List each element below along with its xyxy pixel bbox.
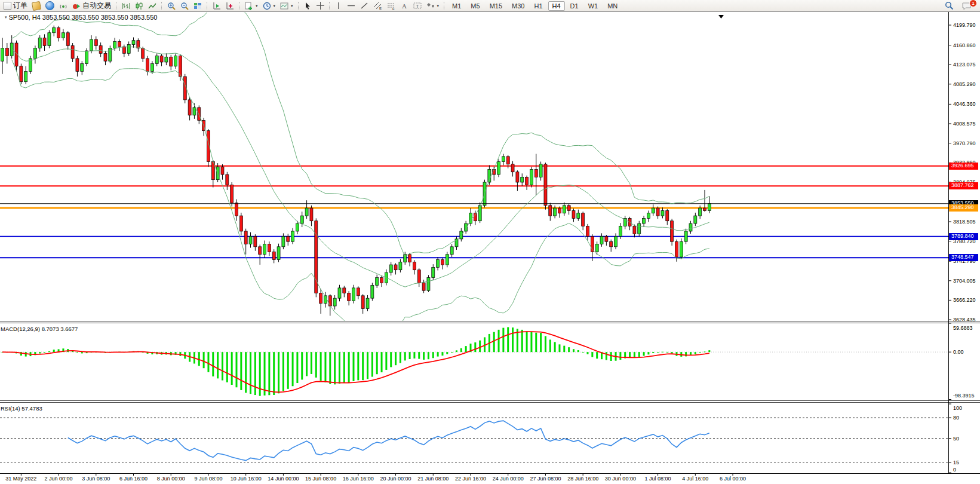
text-icon: A bbox=[401, 2, 408, 10]
add-indicator-button[interactable] bbox=[223, 1, 236, 11]
new-chart-dropdown[interactable]: ▾ bbox=[242, 1, 260, 11]
new-order-button[interactable]: 订单 bbox=[1, 1, 30, 11]
date-label: 10 Jun 16:00 bbox=[231, 476, 262, 482]
candlestick-chart-button[interactable] bbox=[133, 1, 146, 11]
channel-button[interactable]: E bbox=[371, 1, 385, 11]
crosshair-button[interactable] bbox=[314, 1, 327, 11]
svg-text:E: E bbox=[379, 7, 382, 10]
main-toolbar: 订单 自动交易 bbox=[0, 0, 980, 12]
macd-axis-tick: 59.6883 bbox=[953, 325, 973, 331]
autotrade-label: 自动交易 bbox=[82, 1, 111, 11]
zoom-in-button[interactable] bbox=[165, 1, 178, 11]
bar-chart-button[interactable] bbox=[119, 1, 133, 11]
macd-label: MACD(12,26,9) 8.7073 3.6677 bbox=[1, 326, 78, 332]
price-axis-tick: 4046.360 bbox=[953, 101, 976, 107]
price-axis-tick: 3818.505 bbox=[953, 219, 976, 225]
notification-badge: 1 bbox=[969, 0, 977, 7]
symbol-header-text: SP500, H4 3853.550 3853.550 3853.550 385… bbox=[9, 14, 158, 21]
date-label: 15 Jun 08:00 bbox=[305, 476, 336, 482]
price-line-label: 3748.547 bbox=[949, 254, 978, 261]
text-button[interactable]: A bbox=[398, 1, 411, 11]
toolbar-separator bbox=[444, 2, 445, 10]
market-browser-button[interactable] bbox=[43, 1, 57, 11]
rsi-axis-tick: 15 bbox=[953, 460, 959, 465]
autotrade-icon bbox=[72, 2, 81, 10]
price-axis-tick: 3666.220 bbox=[953, 297, 976, 303]
line-chart-icon bbox=[148, 2, 156, 10]
globe-icon bbox=[45, 1, 54, 10]
price-axis-tick: 4008.575 bbox=[953, 121, 976, 127]
zoom-out-icon bbox=[180, 2, 189, 10]
shapes-icon bbox=[426, 2, 435, 10]
channel-icon: E bbox=[373, 2, 382, 10]
chevron-down-icon: ▾ bbox=[256, 4, 258, 8]
tf-H4[interactable]: H4 bbox=[548, 1, 565, 11]
zoom-out-button[interactable] bbox=[178, 1, 191, 11]
search-button[interactable] bbox=[942, 1, 956, 11]
symbol-header: ▾SP500, H4 3853.550 3853.550 3853.550 38… bbox=[5, 14, 157, 21]
signals-button[interactable] bbox=[57, 1, 70, 11]
search-icon bbox=[945, 1, 954, 10]
price-axis-tick: 4085.290 bbox=[953, 81, 976, 87]
date-label: 14 Jun 00:00 bbox=[268, 476, 299, 482]
order-icon bbox=[4, 2, 11, 10]
rsi-axis-tick: 0 bbox=[953, 467, 956, 473]
horizontal-line-icon bbox=[347, 2, 355, 10]
trendline-icon bbox=[360, 2, 368, 10]
date-label: 22 Jun 16:00 bbox=[455, 476, 486, 482]
timeframe-switcher: M1M5M15M30H1H4D1W1MN bbox=[447, 1, 622, 11]
price-axis-tick: 3628.435 bbox=[953, 317, 976, 323]
tf-H1[interactable]: H1 bbox=[530, 1, 546, 11]
rsi-axis-tick: 50 bbox=[953, 436, 959, 442]
date-label: 21 Jun 08:00 bbox=[417, 476, 448, 482]
tf-M30[interactable]: M30 bbox=[508, 1, 529, 11]
price-axis-tick: 3704.005 bbox=[953, 278, 976, 284]
price-line-label: 3845.290 bbox=[949, 204, 978, 212]
tf-W1[interactable]: W1 bbox=[584, 1, 603, 11]
tf-MN[interactable]: MN bbox=[603, 1, 622, 11]
date-label: 31 May 2022 bbox=[5, 476, 36, 482]
vertical-line-button[interactable] bbox=[333, 1, 345, 11]
toolbar-separator bbox=[239, 2, 240, 10]
toolbar-separator bbox=[298, 2, 299, 10]
date-label: 30 Jun 00:00 bbox=[605, 476, 636, 482]
chevron-down-icon: ▾ bbox=[274, 4, 276, 8]
label-icon: T bbox=[413, 2, 422, 10]
toolbar-separator bbox=[207, 2, 208, 10]
tile-windows-button[interactable] bbox=[191, 1, 204, 11]
tf-M5[interactable]: M5 bbox=[466, 1, 484, 11]
date-label: 3 Jun 08:00 bbox=[82, 476, 110, 482]
price-line-label: 3887.762 bbox=[949, 182, 978, 189]
date-label: 2 Jun 00:00 bbox=[45, 476, 73, 482]
horizontal-line-button[interactable] bbox=[345, 1, 358, 11]
period-dropdown[interactable]: ▾ bbox=[260, 1, 278, 11]
cursor-button[interactable] bbox=[302, 1, 314, 11]
date-label: 16 Jun 16:00 bbox=[343, 476, 374, 482]
crosshair-icon bbox=[317, 2, 324, 10]
vertical-line-icon bbox=[335, 2, 342, 10]
quotes-button[interactable] bbox=[30, 1, 43, 11]
date-label: 20 Jun 00:00 bbox=[380, 476, 411, 482]
fibonacci-button[interactable]: F bbox=[385, 1, 398, 11]
date-label: 4 Jul 16:00 bbox=[682, 476, 708, 482]
tf-M15[interactable]: M15 bbox=[486, 1, 506, 11]
label-button[interactable]: T bbox=[411, 1, 424, 11]
line-chart-button[interactable] bbox=[146, 1, 159, 11]
indicators-icon bbox=[213, 2, 221, 10]
signal-icon bbox=[59, 2, 67, 10]
clock-icon bbox=[263, 2, 271, 10]
notes-icon bbox=[32, 1, 41, 10]
shapes-dropdown[interactable]: ▾ bbox=[424, 1, 442, 11]
autotrading-button[interactable]: 自动交易 bbox=[70, 1, 113, 11]
trendline-button[interactable] bbox=[358, 1, 371, 11]
tf-M1[interactable]: M1 bbox=[448, 1, 465, 11]
indicators-button[interactable] bbox=[210, 1, 223, 11]
price-chart-canvas[interactable] bbox=[0, 0, 980, 484]
date-label: 1 Jul 08:00 bbox=[645, 476, 671, 482]
notifications-button[interactable]: 1 bbox=[960, 1, 974, 11]
toolbar-separator bbox=[329, 2, 330, 10]
date-label: 28 Jun 16:00 bbox=[567, 476, 598, 482]
template-dropdown[interactable]: ▾ bbox=[278, 1, 296, 11]
date-label: 6 Jun 16:00 bbox=[119, 476, 148, 482]
tf-D1[interactable]: D1 bbox=[566, 1, 583, 11]
